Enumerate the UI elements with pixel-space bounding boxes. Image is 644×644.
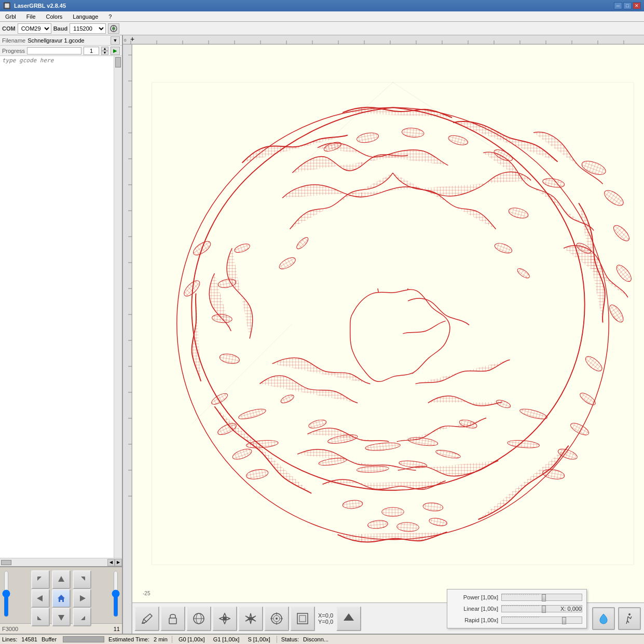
- lines-bottom-count: 11: [114, 626, 120, 632]
- open-file-button[interactable]: ▼: [111, 36, 120, 45]
- progress-value-input[interactable]: [84, 47, 99, 55]
- y-ruler-minus25: -25: [143, 591, 150, 596]
- status-label: Status:: [281, 636, 299, 642]
- minimize-button[interactable]: ─: [614, 2, 622, 9]
- move-up-button[interactable]: [52, 570, 71, 589]
- fan2-tool-button[interactable]: [238, 606, 263, 631]
- target-tool-button[interactable]: [264, 606, 289, 631]
- speed-slider-left[interactable]: [2, 570, 10, 620]
- s-status: S [1,00x]: [245, 636, 272, 642]
- walk-button[interactable]: [618, 607, 641, 630]
- svg-rect-128: [299, 615, 306, 622]
- power-slider-row: Power [1,00x] ⌐⌐⌐⌐⌐⌐⌐⌐⌐⌐⌐⌐⌐⌐⌐⌐⌐⌐: [451, 594, 582, 601]
- power-slider-track[interactable]: ⌐⌐⌐⌐⌐⌐⌐⌐⌐⌐⌐⌐⌐⌐⌐⌐⌐⌐: [501, 594, 582, 601]
- rapid-slider-thumb[interactable]: [562, 617, 566, 624]
- svg-marker-7: [58, 615, 64, 621]
- baud-rate-select[interactable]: 115200 38400 9600: [70, 23, 106, 34]
- move-downleft-button[interactable]: [31, 608, 50, 626]
- water-button[interactable]: [592, 607, 615, 630]
- ctrl-row-mid: [31, 589, 91, 608]
- status-divider-1: [172, 636, 172, 643]
- svg-point-130: [628, 613, 631, 615]
- move-upright-button[interactable]: [73, 570, 91, 589]
- x-coord-display: X=0,0: [318, 612, 333, 619]
- title-bar: 🔲 LaserGRBL v2.8.45 ─ □ ✕: [0, 0, 644, 11]
- spin-up[interactable]: ▲: [101, 47, 108, 51]
- svg-marker-6: [80, 595, 86, 601]
- maximize-button[interactable]: □: [623, 2, 632, 9]
- fan1-tool-button[interactable]: [212, 606, 237, 631]
- move-right-button[interactable]: [73, 589, 91, 608]
- design-svg: [142, 45, 644, 602]
- globe-tool-button[interactable]: [186, 606, 211, 631]
- move-upleft-button[interactable]: [31, 570, 50, 589]
- baud-label: Baud: [53, 25, 68, 32]
- left-controls: [0, 566, 122, 623]
- canvas-bottom-toolbar: X=0,0 Y=0,0 Power [1,00x] ⌐⌐⌐⌐⌐⌐⌐⌐⌐⌐⌐⌐⌐⌐…: [132, 602, 644, 634]
- speed-slider-input-left[interactable]: [1, 570, 11, 617]
- home-button[interactable]: [52, 589, 71, 608]
- lock-tool-button[interactable]: [160, 606, 185, 631]
- lines-value: 14581: [21, 636, 37, 642]
- svg-rect-8: [123, 35, 644, 45]
- power-slider-thumb[interactable]: [542, 594, 546, 601]
- window-controls: ─ □ ✕: [614, 2, 641, 9]
- gcode-scrollbar[interactable]: [114, 56, 122, 558]
- crosshair-top: +: [130, 35, 134, 43]
- status-value: Disconn...: [303, 636, 328, 642]
- speed-slider-input-right[interactable]: [111, 570, 121, 617]
- rapid-slider-track[interactable]: ⌐⌐⌐⌐⌐⌐⌐⌐⌐⌐⌐⌐⌐⌐⌐⌐⌐⌐: [501, 616, 582, 624]
- gcode-textarea[interactable]: [0, 56, 114, 558]
- svg-point-118: [223, 617, 226, 620]
- ctrl-row-top: [31, 570, 91, 589]
- menu-colors[interactable]: Colors: [43, 12, 66, 21]
- menu-language[interactable]: Language: [70, 12, 101, 21]
- svg-rect-127: [297, 613, 308, 624]
- filename-label: Filename: [2, 37, 25, 44]
- ctrl-row-bottom: [31, 608, 91, 626]
- connect-button[interactable]: [108, 23, 119, 34]
- svg-marker-5: [37, 595, 43, 601]
- move-arrow-button[interactable]: [336, 606, 361, 631]
- close-button[interactable]: ✕: [633, 2, 641, 9]
- frame-tool-button[interactable]: [290, 606, 315, 631]
- power-label: Power [1,00x]: [451, 594, 498, 600]
- speed-slider-right[interactable]: [112, 570, 120, 620]
- lines-label: Lines:: [2, 636, 17, 642]
- svg-point-76: [382, 508, 404, 516]
- linear-slider-thumb[interactable]: [542, 606, 546, 613]
- left-hscroll[interactable]: ◀ ▶: [0, 558, 122, 566]
- filename-value: Schnellgravur 1.gcode: [28, 37, 84, 44]
- move-down-button[interactable]: [52, 608, 71, 626]
- canvas-content[interactable]: -25: [132, 45, 644, 634]
- menu-help[interactable]: ?: [105, 12, 115, 21]
- menu-file[interactable]: File: [23, 12, 39, 21]
- move-left-button[interactable]: [31, 589, 50, 608]
- com-port-select[interactable]: COM29 COM1 COM3: [18, 23, 51, 34]
- move-downright-button[interactable]: [73, 608, 91, 626]
- svg-point-122: [276, 618, 278, 620]
- run-button[interactable]: ▶: [111, 47, 120, 55]
- canvas-area[interactable]: 0: [123, 35, 644, 634]
- pen-tool-button[interactable]: [134, 606, 159, 631]
- progress-label: Progress: [2, 48, 25, 54]
- g1-status: G1 [1,00x]: [211, 636, 242, 642]
- progress-row: Progress ▲ ▼ ▶: [0, 46, 122, 56]
- com-label: COM: [2, 25, 16, 32]
- buffer-label: Buffer: [42, 636, 57, 642]
- xy-display: X=0,0 Y=0,0: [316, 612, 335, 625]
- menu-grbl[interactable]: Grbl: [2, 12, 19, 21]
- svg-marker-129: [344, 613, 354, 621]
- file-info-row: Filename Schnellgravur 1.gcode ▼: [0, 35, 122, 46]
- gcode-editor: [0, 56, 122, 558]
- status-bar: Lines: 14581 Buffer Estimated Time: 2 mi…: [0, 634, 644, 644]
- spin-buttons: ▲ ▼: [101, 47, 108, 55]
- menu-bar: Grbl File Colors Language ?: [0, 11, 644, 22]
- spin-down[interactable]: ▼: [101, 51, 108, 55]
- linear-label: Linear [1,00x]: [451, 606, 498, 612]
- left-ruler: [123, 45, 132, 634]
- svg-rect-114: [169, 618, 176, 624]
- svg-text:0: 0: [124, 38, 127, 43]
- toolbar: COM COM29 COM1 COM3 Baud 115200 38400 96…: [0, 22, 644, 35]
- buffer-progress-bar: [63, 636, 104, 642]
